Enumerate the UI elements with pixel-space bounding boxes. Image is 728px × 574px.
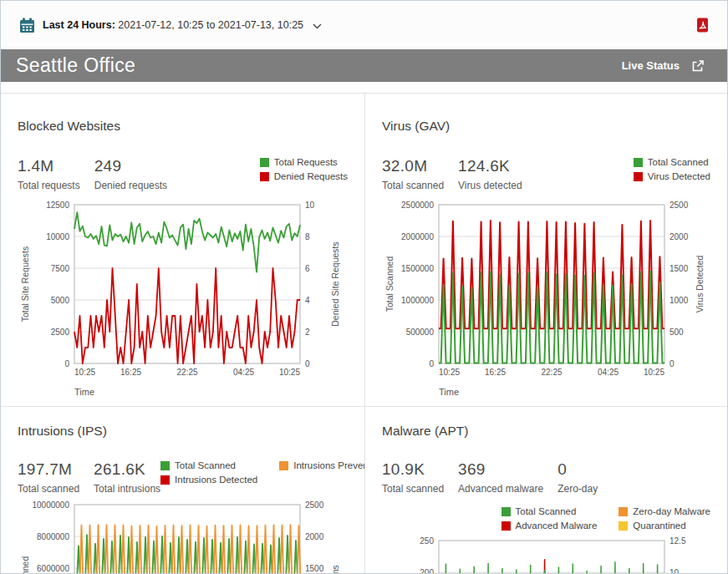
svg-text:7500: 7500	[51, 264, 70, 273]
chart-legend: Total Scanned Zero-day Malware Advanced …	[501, 506, 710, 531]
legend-swatch	[160, 475, 170, 485]
panel-title: Intrusions (IPS)	[18, 424, 348, 439]
svg-text:500: 500	[669, 328, 684, 337]
live-status-button[interactable]: Live Status	[622, 58, 705, 74]
panel-title: Blocked Websites	[18, 119, 348, 134]
chart-legend: Total Scanned Intrusions Prevented Intru…	[160, 460, 365, 485]
legend-label: Total Scanned	[516, 506, 577, 516]
svg-text:04:25: 04:25	[233, 368, 254, 377]
svg-text:10000000: 10000000	[33, 500, 70, 510]
legend-swatch	[619, 507, 628, 516]
svg-text:Time: Time	[439, 387, 459, 397]
svg-text:8: 8	[305, 232, 310, 241]
svg-text:2000000: 2000000	[401, 232, 434, 241]
legend-item: Zero-day Malware	[619, 506, 710, 516]
svg-text:10:25: 10:25	[74, 368, 95, 377]
legend-item: Total Requests	[260, 157, 348, 167]
virus-gav-chart: 0500000100000015000002000000250000005001…	[382, 198, 710, 399]
svg-text:Total Scanned: Total Scanned	[20, 556, 30, 574]
legend-label: Advanced Malware	[516, 521, 598, 531]
svg-text:10000: 10000	[46, 232, 69, 241]
legend-item: Advanced Malware	[501, 521, 598, 531]
legend-swatch	[501, 521, 511, 531]
dashboard-page: Last 24 Hours: 2021-07-12, 10:25 to 2021…	[0, 0, 728, 574]
stat: 369 Advanced malware	[458, 460, 543, 495]
stat: 0 Zero-day	[557, 460, 598, 495]
legend-row: Total Scanned Zero-day Malware Advanced …	[382, 506, 710, 531]
svg-text:12.5: 12.5	[669, 536, 686, 546]
svg-text:Virus Detected: Virus Detected	[695, 256, 705, 313]
legend-swatch	[279, 461, 288, 470]
calendar-icon	[19, 18, 35, 33]
svg-text:16:25: 16:25	[485, 368, 506, 377]
svg-text:10:25: 10:25	[439, 368, 460, 377]
legend-label: Intrusions Prevented	[293, 460, 365, 470]
malware-apt-chart: 05010015020025002.557.51012.510:2516:252…	[382, 534, 710, 574]
stat-value: 32.0M	[382, 157, 444, 175]
svg-text:12500: 12500	[46, 201, 69, 210]
stats-group: 1.4M Total requests 249 Denied requests	[18, 157, 167, 191]
legend-item: Total Scanned	[160, 460, 257, 470]
legend-item: Quarantined	[619, 521, 710, 531]
stat-value: 261.6K	[94, 460, 160, 479]
svg-text:10: 10	[669, 568, 680, 574]
svg-text:Time: Time	[74, 387, 94, 397]
panel-blocked-websites: Blocked Websites 1.4M Total requests 249…	[1, 94, 365, 407]
panels-grid: Blocked Websites 1.4M Total requests 249…	[1, 93, 727, 574]
svg-text:Denied Site Requests: Denied Site Requests	[330, 241, 340, 327]
stat-label: Denied requests	[94, 180, 167, 191]
svg-text:Total Scanned: Total Scanned	[384, 257, 395, 312]
date-range-picker[interactable]: Last 24 Hours: 2021-07-12, 10:25 to 2021…	[19, 18, 322, 33]
stats-group: 32.0M Total scanned 124.6K Virus detecte…	[382, 157, 522, 191]
legend-item: Denied Requests	[260, 171, 348, 181]
legend-label: Zero-day Malware	[633, 506, 710, 516]
stat-label: Total scanned	[18, 483, 79, 495]
panel-intrusions-ips: Intrusions (IPS) 197.7M Total scanned 26…	[1, 407, 365, 574]
stat-label: Total requests	[18, 180, 80, 191]
svg-text:10:25: 10:25	[279, 368, 300, 377]
svg-text:2: 2	[305, 328, 310, 337]
legend-swatch	[260, 172, 269, 181]
svg-text:6000000: 6000000	[37, 564, 69, 573]
legend-label: Quarantined	[633, 521, 685, 531]
panel-malware-apt: Malware (APT) 10.9K Total scanned 369 Ad…	[365, 407, 727, 574]
svg-text:250: 250	[420, 536, 434, 546]
stats-row: 10.9K Total scanned 369 Advanced malware…	[382, 460, 710, 495]
legend-item: Total Scanned	[634, 157, 710, 167]
svg-text:22:25: 22:25	[176, 368, 197, 377]
stats-group: 10.9K Total scanned 369 Advanced malware…	[382, 460, 598, 495]
export-pdf-button[interactable]	[696, 18, 709, 33]
stats-row: 197.7M Total scanned 261.6K Total intrus…	[18, 460, 348, 495]
legend-item: Virus Detected	[634, 171, 710, 181]
chart-legend: Total Scanned Virus Detected	[634, 157, 710, 181]
svg-text:5000: 5000	[51, 296, 70, 305]
legend-label: Total Scanned	[648, 157, 709, 167]
range-value: 2021-07-12, 10:25 to 2021-07-13, 10:25	[118, 19, 303, 31]
legend-label: Total Scanned	[175, 460, 236, 470]
range-label: Last 24 Hours:	[43, 19, 115, 31]
svg-text:Total Site Requests: Total Site Requests	[20, 246, 30, 322]
stat-label: Total intrusions	[94, 483, 160, 495]
page-header: Seattle Office Live Status	[1, 49, 727, 82]
stat-label: Total scanned	[382, 483, 444, 495]
svg-text:2500000: 2500000	[401, 201, 434, 210]
legend-swatch	[160, 461, 170, 470]
page-title: Seattle Office	[16, 54, 135, 77]
stats-row: 1.4M Total requests 249 Denied requests …	[18, 157, 348, 191]
svg-text:22:25: 22:25	[541, 368, 562, 377]
stats-row: 32.0M Total scanned 124.6K Virus detecte…	[382, 157, 710, 191]
intrusions-ips-chart: 0200000040000006000000800000010000000050…	[18, 498, 345, 574]
legend-label: Intrusions Detected	[175, 475, 257, 485]
svg-text:16:25: 16:25	[120, 368, 141, 377]
legend-item: Intrusions Prevented	[279, 460, 365, 470]
panel-title: Virus (GAV)	[382, 119, 710, 134]
legend-item: Total Scanned	[501, 506, 598, 516]
legend-swatch	[501, 507, 511, 516]
stat-label: Zero-day	[557, 483, 598, 495]
stat: 249 Denied requests	[94, 157, 167, 191]
svg-text:8000000: 8000000	[37, 532, 69, 541]
panel-title: Malware (APT)	[382, 424, 710, 439]
svg-text:0: 0	[64, 359, 69, 368]
svg-text:10:25: 10:25	[644, 368, 664, 377]
chart-legend: Total Requests Denied Requests	[260, 157, 348, 181]
